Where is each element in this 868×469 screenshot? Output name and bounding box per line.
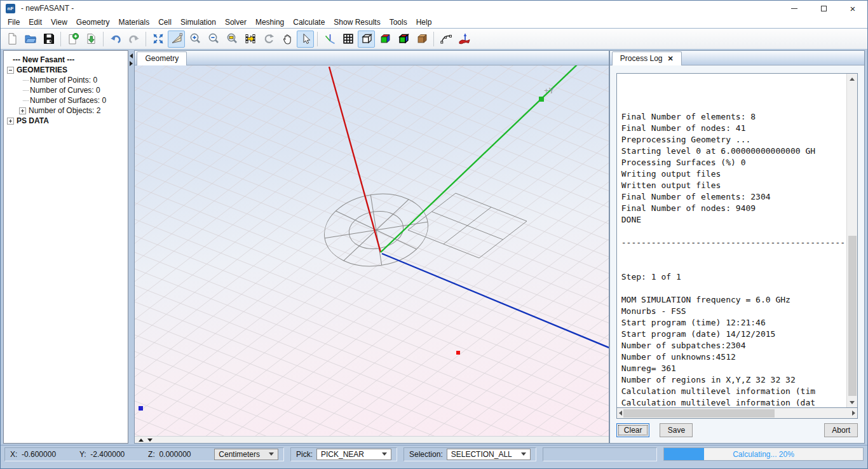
log-line: Numreg= 361 [621, 363, 845, 374]
scroll-up-icon[interactable] [847, 74, 857, 84]
tree-node-objects[interactable]: Number of Objects: 2 [4, 105, 128, 116]
save-file-icon [43, 32, 55, 45]
new-file-icon [6, 32, 18, 45]
menu-item[interactable]: Geometry [72, 17, 114, 28]
redo-button[interactable] [125, 31, 142, 48]
log-text[interactable]: Final Number of elements: 8Final Number … [617, 74, 846, 407]
zoom-in-button[interactable] [186, 31, 203, 48]
wireframe-cube-icon [360, 32, 373, 45]
tree-node-surfaces[interactable]: Number of Surfaces: 0 [4, 95, 128, 105]
blue-point[interactable] [139, 406, 143, 411]
expand-icon[interactable] [7, 118, 14, 125]
log-line: ----------------------------------------… [621, 237, 845, 248]
solid-edges-cube-icon [397, 32, 410, 45]
grid-view-button[interactable] [339, 31, 356, 48]
rotate-view-button[interactable] [260, 31, 277, 48]
save-button[interactable]: Save [660, 423, 693, 437]
import-file-button[interactable] [83, 31, 100, 48]
menu-item[interactable]: File [3, 17, 24, 28]
scroll-right-icon[interactable] [852, 411, 855, 416]
tree-root-label: --- New Fasant --- [13, 55, 74, 64]
selection-value: SELECTION_ALL [451, 450, 512, 459]
curve-tool-button[interactable] [437, 31, 454, 48]
log-line: Starting level 0 at 6.00000000000000 GH [621, 146, 845, 157]
viewport-canvas[interactable]: +Y [135, 65, 608, 436]
minimize-button[interactable] [780, 1, 809, 16]
zoom-window-button[interactable] [223, 31, 240, 48]
log-line: Step: 1 of 1 [621, 271, 845, 283]
tab-geometry[interactable]: Geometry [137, 51, 187, 65]
surface-normals-button[interactable] [456, 31, 473, 48]
collapse-down-icon[interactable] [147, 438, 153, 442]
menu-item[interactable]: Help [412, 17, 437, 28]
axes-view-button[interactable] [321, 31, 338, 48]
tree-surfaces-label: Number of Surfaces: 0 [30, 96, 106, 105]
solid-view-button[interactable] [376, 31, 393, 48]
horizontal-scroll-thumb[interactable] [623, 409, 775, 418]
log-line [621, 260, 845, 271]
maximize-button[interactable] [809, 1, 838, 16]
save-file-button[interactable] [40, 31, 57, 48]
toolbar-separator [60, 32, 61, 46]
log-line: Final Number of elements: 2304 [621, 191, 845, 203]
menu-item[interactable]: Show Results [329, 17, 384, 28]
tree-points-label: Number of Points: 0 [30, 76, 97, 85]
select-tool-button[interactable] [297, 31, 314, 48]
log-vertical-scrollbar[interactable] [846, 74, 857, 407]
panel-splitter[interactable] [128, 50, 135, 444]
y-axis-handle[interactable] [539, 97, 544, 102]
tab-process-log[interactable]: Process Log ✕ [612, 51, 682, 65]
close-button[interactable]: × [838, 1, 867, 16]
expand-icon[interactable] [19, 107, 26, 114]
tree-node-points[interactable]: Number of Points: 0 [4, 75, 128, 85]
textured-view-button[interactable] [413, 31, 430, 48]
tree-geometries-label: GEOMETRIES [17, 65, 67, 74]
collapse-right-icon[interactable] [130, 61, 133, 66]
menu-item[interactable]: Meshing [251, 17, 288, 28]
log-horizontal-scrollbar[interactable] [616, 408, 858, 419]
scroll-left-icon[interactable] [619, 411, 622, 416]
collapse-left-icon[interactable] [130, 53, 133, 58]
units-dropdown[interactable]: Centimeters [214, 449, 278, 460]
collapse-up-icon[interactable] [139, 438, 144, 442]
scroll-down-icon[interactable] [847, 397, 857, 407]
menu-item[interactable]: Tools [385, 17, 412, 28]
fit-view-button[interactable] [149, 31, 166, 48]
zoom-out-button[interactable] [205, 31, 222, 48]
solid-edges-view-button[interactable] [395, 31, 412, 48]
pan-view-button[interactable] [278, 31, 295, 48]
tree-root[interactable]: --- New Fasant --- [4, 55, 128, 65]
menu-item[interactable]: Calculate [288, 17, 329, 28]
open-file-button[interactable] [22, 31, 39, 48]
menu-item[interactable]: Solver [220, 17, 251, 28]
tree-node-psdata[interactable]: PS DATA [4, 116, 128, 126]
red-point[interactable] [456, 351, 460, 355]
menu-item[interactable]: View [46, 17, 72, 28]
chevron-down-icon [382, 452, 387, 456]
menu-item[interactable]: Cell [154, 17, 176, 28]
selection-dropdown[interactable]: SELECTION_ALL [447, 449, 531, 460]
vertical-scroll-thumb[interactable] [848, 236, 857, 396]
perspective-view-button[interactable] [168, 31, 185, 48]
disc-mesh[interactable] [320, 187, 434, 273]
undo-button[interactable] [107, 31, 124, 48]
clear-button[interactable]: Clear [616, 423, 650, 437]
quad-mesh[interactable] [408, 193, 527, 258]
log-line [621, 226, 845, 237]
log-line: Number of subpatches:2304 [621, 340, 845, 351]
collapse-icon[interactable] [7, 67, 14, 74]
tree-node-geometries[interactable]: GEOMETRIES [4, 65, 128, 75]
abort-button[interactable]: Abort [824, 423, 858, 437]
log-line [621, 248, 845, 260]
menu-item[interactable]: Simulation [176, 17, 220, 28]
menu-item[interactable]: Materials [114, 17, 154, 28]
tab-close-icon[interactable]: ✕ [668, 55, 674, 62]
add-geometry-button[interactable] [64, 31, 81, 48]
wireframe-view-button[interactable] [358, 31, 375, 48]
pick-dropdown[interactable]: PICK_NEAR [316, 449, 391, 460]
new-file-button[interactable] [3, 31, 20, 48]
tree-node-curves[interactable]: Number of Curves: 0 [4, 85, 128, 95]
mesh-view-button[interactable] [241, 31, 259, 48]
viewport-3d[interactable]: +Y [135, 65, 608, 436]
menu-item[interactable]: Edit [24, 17, 46, 28]
